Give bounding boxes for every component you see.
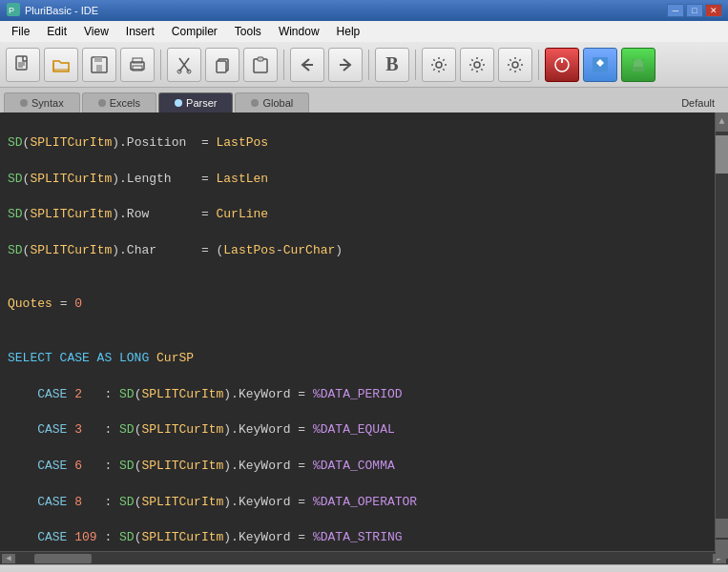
scrollbar-thumb-down[interactable] [716, 519, 728, 538]
toolbar-sep-3 [368, 50, 369, 80]
code-line-case3: CASE 3 : SD(SPLITCurItm).KeyWord = %DATA… [8, 421, 707, 439]
svg-rect-36 [634, 63, 643, 67]
paste-button[interactable] [243, 48, 278, 82]
menu-insert[interactable]: Insert [118, 23, 162, 40]
tab-syntax-label: Syntax [31, 97, 64, 109]
tabbar: Syntax Excels Parser Global Default [0, 88, 728, 112]
back-button[interactable] [290, 48, 324, 82]
code-line-case109: CASE 109 : SD(SPLITCurItm).KeyWord = %DA… [8, 529, 707, 547]
menu-help[interactable]: Help [329, 23, 368, 40]
settings3-button[interactable] [498, 48, 532, 82]
statusbar: Version: 5.00 B2PHP 1 : 1 [0, 564, 728, 572]
maximize-button[interactable]: □ [686, 4, 703, 17]
toolbar-sep-2 [283, 50, 284, 80]
new-button[interactable] [6, 48, 40, 82]
tab-global-label: Global [262, 97, 293, 109]
tab-excels-dot [98, 99, 106, 107]
android-button[interactable] [621, 48, 655, 82]
code-line-case6: CASE 6 : SD(SPLITCurItm).KeyWord = %DATA… [8, 458, 707, 476]
svg-text:P: P [9, 6, 14, 15]
svg-rect-8 [96, 65, 102, 72]
code-line: SELECT CASE AS LONG CurSP [8, 350, 707, 368]
svg-point-23 [474, 62, 480, 68]
code-line: SD(SPLITCurItm).Row = CurLine [8, 206, 707, 224]
tab-excels[interactable]: Excels [82, 92, 156, 112]
close-button[interactable]: ✕ [705, 4, 722, 17]
copy-button[interactable] [205, 48, 239, 82]
svg-rect-17 [217, 61, 226, 72]
flag-button[interactable] [583, 48, 617, 82]
tab-parser-label: Parser [186, 97, 217, 109]
tab-syntax[interactable]: Syntax [4, 92, 80, 112]
print-button[interactable] [120, 48, 155, 82]
menu-view[interactable]: View [76, 23, 116, 40]
code-line: Quotes = 0 [8, 296, 707, 314]
code-line: SD(SPLITCurItm).Position = LastPos [8, 134, 707, 153]
cut-button[interactable] [167, 48, 201, 82]
editor-scroll[interactable]: SD(SPLITCurItm).Position = LastPos SD(SP… [0, 112, 715, 551]
scrollbar-thumb-up[interactable]: ▲ [716, 112, 728, 132]
svg-point-24 [512, 62, 518, 68]
tab-parser-dot [175, 99, 182, 107]
vertical-scrollbar[interactable]: ▲ ▼ [715, 112, 728, 551]
save-button[interactable] [82, 48, 116, 82]
forward-button[interactable] [328, 48, 363, 82]
scrollbar-bottom-btn[interactable]: ▼ [716, 540, 728, 551]
tab-global-dot [251, 99, 259, 107]
menu-compiler[interactable]: Compiler [164, 23, 225, 40]
code-line: SD(SPLITCurItm).Length = LastLen [8, 171, 707, 189]
titlebar-controls: ─ □ ✕ [667, 4, 722, 17]
editor-container: SD(SPLITCurItm).Position = LastPos SD(SP… [0, 112, 728, 551]
tabbar-right-label: Default [672, 93, 724, 112]
svg-line-34 [642, 59, 644, 61]
titlebar-title: PluriBasic - IDE [25, 5, 98, 16]
bold-button[interactable]: B [375, 48, 409, 82]
open-button[interactable] [44, 48, 78, 82]
minimize-button[interactable]: ─ [667, 4, 684, 17]
menu-file[interactable]: File [4, 23, 37, 40]
tab-syntax-dot [20, 99, 28, 107]
tab-excels-label: Excels [110, 97, 140, 109]
scrollbar-thumb[interactable] [716, 135, 728, 174]
toolbar-sep-1 [160, 50, 161, 80]
app-icon: P [6, 2, 21, 20]
code-line: SD(SPLITCurItm).Char = (LastPos-CurChar) [8, 242, 707, 260]
titlebar: P PluriBasic - IDE ─ □ ✕ [0, 0, 728, 21]
svg-rect-19 [258, 57, 263, 61]
settings1-button[interactable] [422, 48, 456, 82]
toolbar: B [0, 42, 728, 88]
menu-tools[interactable]: Tools [227, 23, 269, 40]
hscroll-left[interactable]: ◀ [2, 554, 15, 563]
menu-edit[interactable]: Edit [39, 23, 74, 40]
toolbar-sep-5 [538, 50, 539, 80]
tab-global[interactable]: Global [235, 92, 309, 112]
run-button[interactable] [545, 48, 579, 82]
menubar: File Edit View Insert Compiler Tools Win… [0, 21, 728, 42]
horizontal-scrollbar[interactable]: ◀ ▶ [0, 551, 728, 564]
tab-parser[interactable]: Parser [158, 92, 233, 112]
code-line-case2: CASE 2 : SD(SPLITCurItm).KeyWord = %DATA… [8, 386, 707, 404]
toolbar-sep-4 [415, 50, 416, 80]
menu-window[interactable]: Window [271, 23, 327, 40]
svg-point-22 [436, 62, 442, 68]
code-line-case8: CASE 8 : SD(SPLITCurItm).KeyWord = %DATA… [8, 494, 707, 512]
svg-rect-7 [94, 57, 102, 62]
settings2-button[interactable] [460, 48, 494, 82]
code-area: SD(SPLITCurItm).Position = LastPos SD(SP… [0, 116, 715, 551]
svg-line-33 [633, 59, 634, 61]
bold-icon: B [385, 53, 398, 75]
hscroll-thumb[interactable] [34, 554, 92, 563]
